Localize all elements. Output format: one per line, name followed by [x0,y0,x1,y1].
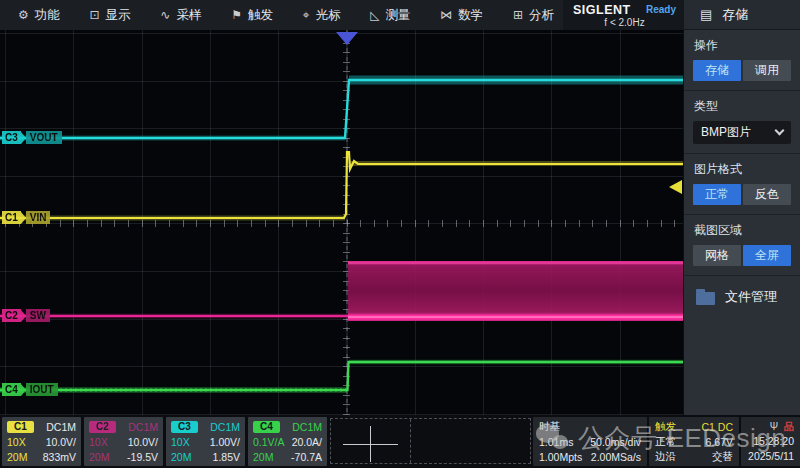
format-invert-button[interactable]: 反色 [743,184,791,205]
usb-icon: Ψ [770,421,778,432]
menu-item-acquire[interactable]: ∿ 采样 [160,7,201,24]
menu-item-math[interactable]: ⋈ 数学 [440,7,483,24]
channel-box-c1[interactable]: C1DC1M 10X10.0V/ 20M833mV [2,417,81,466]
channel-box-c2[interactable]: C2DC1M 10X10.0V/ 20M-19.5V [84,417,163,466]
folder-icon [696,292,715,305]
trigger-delay: 1.01ms [539,436,573,448]
bandwidth-limit: 20M [253,451,273,463]
measure-icon: ◺ [370,9,379,21]
menu-item-measure[interactable]: ◺ 测量 [370,7,410,24]
file-type-dropdown[interactable]: BMP图片 [693,121,791,144]
channel-label-c1-vin[interactable]: C1 VIN [2,211,50,224]
probe-attenuation: 10X [89,436,108,448]
bandwidth-limit: 20M [171,451,191,463]
memory-depth: 1.00Mpts [539,451,582,463]
gear-icon: ⚙ [18,9,29,21]
channel-id: C3 [2,131,21,144]
menu-item-cursor[interactable]: ⌖ 光标 [303,7,341,24]
network-icon: 品 [784,420,794,434]
trigger-coupling: 交替 [712,450,733,464]
channel-label-c2-sw[interactable]: C2 SW [2,309,50,322]
channel-label-c4-iout[interactable]: C4 IOUT [2,383,58,396]
acquire-icon: ∿ [160,9,170,21]
timebase-box[interactable]: 时基 1.01ms50.0ms/div 1.00Mpts2.00MSa/s [533,417,647,466]
siglent-logo: SIGLENT [573,3,631,17]
oscilloscope-screen: ⚙ 功能 ⊡ 显示 ∿ 采样 ⚑ 触发 ⌖ 光标 ◺ 测量 ⋈ 数学 ⊞ 分析 [0,0,800,468]
file-manager-label: 文件管理 [725,288,777,306]
menu-item-analysis[interactable]: ⊞ 分析 [513,7,554,24]
save-panel: ▤ 存储 操作 存储 调用 类型 BMP图片 图片格式 正常 反色 截图区域 [684,0,800,415]
menu-item-trigger[interactable]: ⚑ 触发 [231,7,273,24]
trigger-flag-icon: ⚑ [231,9,242,21]
timebase-label: 时基 [539,420,560,434]
cursor-icon: ⌖ [303,9,310,21]
sample-rate: 2.00MSa/s [591,451,641,463]
capture-area-label: 截图区域 [694,222,791,239]
menu-item-display[interactable]: ⊡ 显示 [90,7,131,24]
channel-id: C4 [2,383,21,396]
channel-alias: VOUT [26,131,62,144]
bandwidth-limit: 20M [89,451,109,463]
image-format-section: 图片格式 正常 反色 [684,154,800,215]
document-icon: ▤ [700,7,712,22]
measure-area-divider [410,419,411,463]
channel-box-c4[interactable]: C4DC1M 0.1V/A20.0A/ 20M-70.7A [248,417,327,466]
chevron-down-icon [775,126,785,136]
operation-section: 操作 存储 调用 [684,30,800,91]
trigger-box[interactable]: 触发C1 DC 正常6.67V 边沿交替 [649,417,739,466]
coupling-value: DC1M [292,421,322,433]
status-bar: C1DC1M 10X10.0V/ 20M833mV C2DC1M 10X10.0… [0,415,800,468]
menu-item-label: 显示 [106,7,131,24]
volts-per-div: 10.0V/ [128,436,158,448]
probe-attenuation: 10X [7,436,26,448]
area-fullscreen-button[interactable]: 全屏 [743,245,791,266]
brand-status-block: SIGLENT Ready f < 2.0Hz [563,0,684,30]
trigger-type: 边沿 [655,450,676,464]
analysis-icon: ⊞ [513,9,523,21]
amps-per-div: 20.0A/ [292,436,322,448]
acquisition-status: Ready [646,4,676,15]
trigger-label: 触发 [655,420,676,434]
type-section: 类型 BMP图片 [684,91,800,154]
system-box[interactable]: Ψ 品 15:28:20 2025/5/11 [741,417,800,466]
trigger-position-marker[interactable] [336,32,358,45]
clock-time: 15:28:20 [747,434,794,449]
channel-alias: IOUT [26,383,58,396]
menu-item-label: 测量 [385,7,410,24]
channel-offset: 833mV [43,451,76,463]
volts-per-div: 1.00V/ [210,436,240,448]
menu-item-function[interactable]: ⚙ 功能 [18,7,60,24]
channel-offset: 1.85V [213,451,240,463]
channel-box-c3[interactable]: C3DC1M 10X1.00V/ 20M1.85V [166,417,245,466]
menu-item-label: 数学 [458,7,483,24]
area-grid-button[interactable]: 网格 [693,245,741,266]
channel-id: C1 [2,211,21,224]
format-normal-button[interactable]: 正常 [693,184,741,205]
crosshair-icon [370,426,371,462]
time-per-div: 50.0ms/div [590,436,641,448]
math-icon: ⋈ [440,9,452,21]
channel-alias: SW [26,309,50,322]
save-button[interactable]: 存储 [693,60,741,81]
channel-offset: -19.5V [127,451,158,463]
trigger-level-marker[interactable] [669,180,682,194]
waveform-traces [0,30,683,415]
trigger-source: C1 DC [701,421,733,433]
menu-item-label: 功能 [35,7,60,24]
channel-badge: C3 [171,421,198,433]
empty-measure-area[interactable] [330,418,531,464]
type-label: 类型 [694,98,791,115]
menu-item-label: 触发 [248,7,273,24]
coupling-value: DC1M [128,421,158,433]
file-manager-button[interactable]: 文件管理 [684,276,800,318]
trigger-level-value: 6.67V [706,436,733,448]
volts-per-div: 10.0V/ [46,436,76,448]
channel-id: C2 [2,309,21,322]
waveform-display[interactable]: C3 VOUT C1 VIN C2 SW C4 IOUT [0,30,683,415]
bandwidth-limit: 20M [7,451,27,463]
file-type-value: BMP图片 [701,124,751,141]
recall-button[interactable]: 调用 [743,60,791,81]
channel-badge: C1 [7,421,34,433]
channel-label-c3-vout[interactable]: C3 VOUT [2,131,62,144]
clock-date: 2025/5/11 [747,449,794,464]
